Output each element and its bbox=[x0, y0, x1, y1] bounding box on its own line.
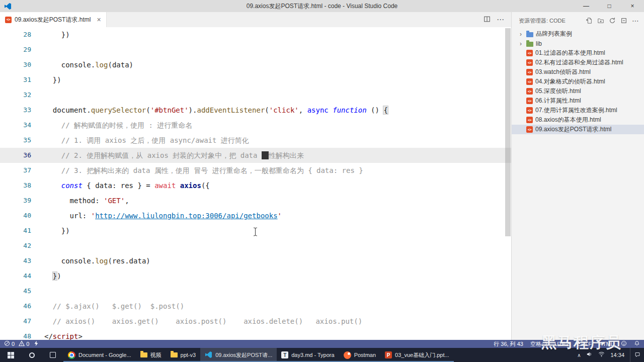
start-button[interactable] bbox=[0, 348, 21, 362]
file-tree-label: 06.计算属性.html bbox=[535, 97, 581, 105]
file-tree-item[interactable]: ›lib bbox=[512, 39, 644, 48]
collapse-icon[interactable] bbox=[620, 17, 627, 24]
taskbar-app-ppt[interactable]: P03_vue基础入门.ppt... bbox=[380, 348, 454, 362]
code-line[interactable]: 44 }) bbox=[0, 268, 511, 284]
status-circle-slash[interactable]: 0 bbox=[4, 340, 15, 347]
code-token: 性解构出来 bbox=[269, 151, 304, 159]
warning-icon bbox=[19, 340, 25, 347]
file-tree-item[interactable]: ›品牌列表案例 bbox=[512, 29, 644, 39]
refresh-icon[interactable] bbox=[609, 17, 616, 24]
file-tree-item[interactable]: <>07.使用计算属性改造案例.html bbox=[512, 106, 644, 115]
code-line[interactable]: 42 bbox=[0, 238, 511, 253]
file-tree-item[interactable]: <>06.计算属性.html bbox=[512, 96, 644, 106]
code-line[interactable]: 43 console.log(res.data) bbox=[0, 253, 511, 268]
task-view-button[interactable] bbox=[42, 348, 63, 362]
taskbar-app-label: 视频 bbox=[150, 351, 162, 359]
tray-wifi-icon[interactable] bbox=[598, 350, 605, 359]
code-line[interactable]: 36 // 2. 使用解构赋值，从 axios 封装的大对象中，把 data 属… bbox=[0, 148, 511, 163]
status-item[interactable]: 空格: 2 bbox=[530, 340, 547, 348]
maximize-button[interactable]: □ bbox=[598, 0, 621, 12]
code-token: addEventListener bbox=[197, 106, 265, 114]
html-file-icon: <> bbox=[526, 50, 533, 56]
search-button[interactable] bbox=[21, 348, 42, 362]
code-line[interactable]: 28 }) bbox=[0, 27, 511, 42]
code-line[interactable]: 34 // 解构赋值的时候，使用 : 进行重命名 bbox=[0, 118, 511, 133]
html-file-icon: <> bbox=[5, 17, 12, 23]
editor-scrollbar-thumb[interactable] bbox=[505, 28, 511, 236]
code-line[interactable]: 48</script> bbox=[0, 329, 511, 340]
taskbar-app-folder[interactable]: 视频 bbox=[136, 348, 166, 362]
windows-logo-icon bbox=[8, 352, 14, 358]
code-line[interactable]: 37 // 3. 把解构出来的 data 属性，使用 冒号 进行重命名，一般都重… bbox=[0, 163, 511, 178]
status-item[interactable]: 行 36, 列 43 bbox=[494, 340, 523, 348]
file-tree-item[interactable]: <>08.axios的基本使用.html bbox=[512, 115, 644, 125]
smiley-icon[interactable] bbox=[621, 340, 627, 347]
new-file-icon[interactable] bbox=[586, 17, 593, 24]
status-item[interactable]: HTML bbox=[599, 341, 614, 347]
bell-icon[interactable] bbox=[634, 340, 640, 347]
taskbar-clock[interactable]: 14:34 bbox=[610, 352, 624, 358]
html-file-icon: <> bbox=[526, 88, 533, 95]
code-text: console.log(res.data) bbox=[31, 253, 150, 268]
html-file-icon: <> bbox=[526, 126, 533, 133]
tab-file[interactable]: <> 09.axios发起POST请求.html × bbox=[0, 12, 107, 27]
status-item[interactable]: CRLF bbox=[577, 341, 592, 347]
file-tree-item[interactable]: <>03.watch侦听器.html bbox=[512, 67, 644, 77]
action-center-button[interactable] bbox=[630, 348, 644, 362]
code-token: // $.ajax() $.get() $.post() bbox=[44, 302, 184, 310]
folder-icon bbox=[526, 32, 533, 37]
code-line[interactable]: 31 }) bbox=[0, 72, 511, 87]
taskbar-app-chrome[interactable]: Document - Google... bbox=[63, 348, 136, 362]
line-number: 45 bbox=[0, 284, 31, 299]
code-token: , bbox=[299, 106, 307, 114]
code-text: console.log(data) bbox=[31, 57, 133, 72]
status-lightning[interactable] bbox=[33, 340, 39, 347]
tab-close-icon[interactable]: × bbox=[97, 16, 101, 24]
status-item[interactable]: UTF-8 bbox=[554, 341, 570, 347]
powerpoint-icon: P bbox=[385, 351, 392, 358]
code-line[interactable]: 47 // axios() axios.get() axios.post() a… bbox=[0, 314, 511, 329]
close-button[interactable]: × bbox=[621, 0, 644, 12]
file-tree-item[interactable]: <>01.过滤器的基本使用.html bbox=[512, 48, 644, 58]
tray-chevron-up-icon[interactable]: ∧ bbox=[577, 352, 581, 358]
folder-icon bbox=[171, 352, 178, 357]
code-line[interactable]: 35 // 1. 调用 axios 之后，使用 async/await 进行简化 bbox=[0, 133, 511, 148]
line-number: 40 bbox=[0, 208, 31, 223]
status-warning[interactable]: 0 bbox=[19, 340, 29, 347]
file-tree-item[interactable]: <>05.深度侦听.html bbox=[512, 86, 644, 96]
taskbar-app-folder[interactable]: ppt-v3 bbox=[166, 348, 201, 362]
code-line[interactable]: 46 // $.ajax() $.get() $.post() bbox=[0, 299, 511, 314]
code-token bbox=[176, 182, 180, 190]
tray-volume-icon[interactable] bbox=[586, 350, 593, 359]
split-editor-icon[interactable] bbox=[484, 16, 491, 24]
code-token: { bbox=[383, 106, 387, 114]
file-tree-label: 07.使用计算属性改造案例.html bbox=[535, 106, 617, 115]
code-token bbox=[329, 106, 333, 114]
task-view-icon bbox=[50, 352, 56, 358]
code-line[interactable]: 32 bbox=[0, 87, 511, 103]
file-tree-label: 08.axios的基本使用.html bbox=[535, 116, 601, 124]
code-line[interactable]: 33 document.querySelector('#btnGet').add… bbox=[0, 103, 511, 118]
file-tree-item[interactable]: <>04.对象格式的侦听器.html bbox=[512, 77, 644, 86]
circle-slash-icon bbox=[4, 340, 10, 347]
new-folder-icon[interactable] bbox=[597, 17, 604, 24]
code-line[interactable]: 29 bbox=[0, 42, 511, 57]
code-text bbox=[31, 42, 44, 57]
file-tree-item[interactable]: <>09.axios发起POST请求.html bbox=[512, 125, 644, 134]
code-line[interactable]: 45 bbox=[0, 284, 511, 299]
file-tree-item[interactable]: <>02.私有过滤器和全局过滤器.html bbox=[512, 58, 644, 67]
taskbar-app-vscode[interactable]: 09.axios发起POST请... bbox=[200, 348, 277, 362]
more-actions-icon[interactable]: ⋯ bbox=[497, 15, 504, 24]
code-line[interactable]: 39 method: 'GET', bbox=[0, 193, 511, 208]
code-token: // 3. 把解构出来的 data 属性，使用 冒号 进行重命名，一般都重命名为… bbox=[44, 166, 363, 174]
taskbar-app-postman[interactable]: Postman bbox=[339, 348, 380, 362]
code-line[interactable]: 30 console.log(data) bbox=[0, 57, 511, 72]
code-line[interactable]: 40 url: 'http://www.liulongbin.top:3006/… bbox=[0, 208, 511, 223]
more-icon[interactable]: ⋯ bbox=[632, 17, 639, 25]
html-file-icon: <> bbox=[526, 107, 533, 114]
minimize-button[interactable]: — bbox=[575, 0, 598, 12]
html-file-icon: <> bbox=[526, 117, 533, 123]
code-editor[interactable]: 28 })2930 console.log(data)31 })3233 doc… bbox=[0, 27, 511, 340]
code-line[interactable]: 38 const { data: res } = await axios({ bbox=[0, 178, 511, 193]
taskbar-app-typora[interactable]: Tday3.md - Typora bbox=[277, 348, 339, 362]
